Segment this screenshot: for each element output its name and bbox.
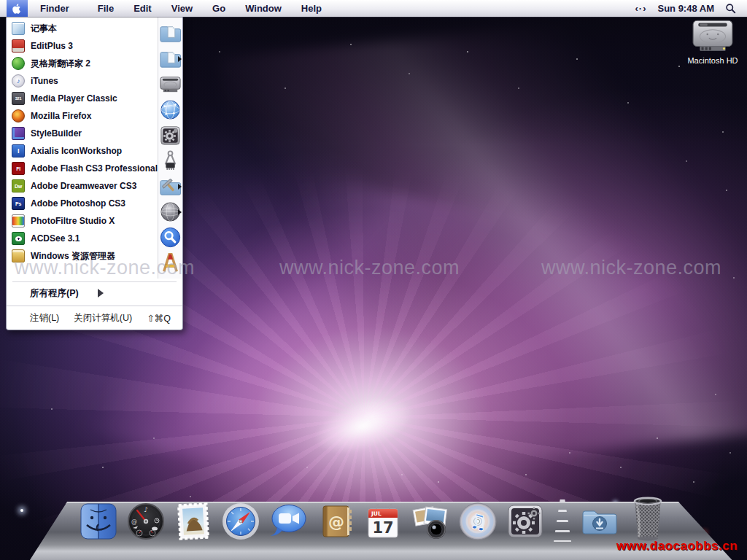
dock-address-book[interactable]: @ <box>315 501 356 542</box>
folder-documents-icon <box>158 21 182 45</box>
all-programs-label: 所有程序(P) <box>30 287 79 300</box>
submenu-arrow-icon <box>178 56 182 62</box>
stylebuilder-icon <box>12 127 25 140</box>
volume-label: Macintosh HD <box>683 56 743 65</box>
hard-drive-icon <box>158 72 182 96</box>
start-menu-item[interactable]: 记事本 <box>7 20 158 37</box>
apple-menu-button[interactable] <box>7 0 28 17</box>
aurora-core-spark <box>308 388 419 464</box>
start-menu-item[interactable]: EditPlus 3 <box>7 37 158 55</box>
menubar-menu-go[interactable]: Go <box>212 3 225 14</box>
network[interactable] <box>158 97 182 122</box>
start-menu-footer: 注销(L) 关闭计算机(U) ⇧⌘Q <box>7 306 182 330</box>
dock-ical[interactable]: JUL17 <box>363 501 403 542</box>
system-preferences-small[interactable] <box>158 122 182 148</box>
start-menu-item[interactable]: PhotoFiltre Studio X <box>7 212 158 230</box>
start-menu-item[interactable]: IAxialis IconWorkshop <box>7 142 158 160</box>
start-menu-item[interactable]: 灵格斯翻译家 2 <box>7 55 158 72</box>
input-indicator[interactable]: ‹·› <box>635 3 646 14</box>
start-menu-item-label: Adobe Flash CS3 Professional <box>31 163 158 174</box>
start-menu-item[interactable]: Mozilla Firefox <box>7 107 158 125</box>
svg-text:@: @ <box>131 518 137 525</box>
developer-tools-icon <box>158 149 182 173</box>
start-menu-item-label: StyleBuilder <box>31 128 82 139</box>
start-menu-item[interactable]: PsAdobe Photoshop CS3 <box>7 195 158 212</box>
mail-icon <box>173 501 214 542</box>
folder-utilities[interactable] <box>158 174 182 199</box>
axialis-icon: I <box>12 144 25 158</box>
axialis-icon-text: I <box>18 147 19 155</box>
start-menu-item[interactable]: 321Media Player Classic <box>7 90 158 107</box>
start-menu: 记事本EditPlus 3灵格斯翻译家 2iTunes321Media Play… <box>6 17 183 330</box>
submenu-arrow-icon <box>98 289 104 298</box>
folder-documents[interactable] <box>158 20 182 46</box>
developer-tools[interactable] <box>158 148 182 174</box>
start-menu-item-label: Adobe Dreamweaver CS3 <box>31 181 136 191</box>
dock-dashboard[interactable]: ♪@ <box>125 501 166 542</box>
dock-safari[interactable] <box>220 501 261 542</box>
dreamweaver-icon-text: Dw <box>15 184 22 189</box>
start-menu-item-label: Adobe Photoshop CS3 <box>31 198 125 209</box>
shutdown-button[interactable]: 关闭计算机(U) <box>74 312 132 324</box>
photofiltre-icon <box>12 214 25 228</box>
start-menu-item[interactable]: FlAdobe Flash CS3 Professional <box>7 160 158 177</box>
finder-icon <box>78 501 119 542</box>
watermark: www.nick-zone.com <box>279 257 460 279</box>
editplus-icon <box>12 39 25 52</box>
search[interactable] <box>158 225 182 250</box>
ichat-icon <box>268 501 309 542</box>
all-programs-item[interactable]: 所有程序(P) <box>12 281 177 304</box>
menubar-status-area: ‹·› Sun 9:48 AM <box>635 3 747 14</box>
svg-text:♫: ♫ <box>468 510 487 534</box>
menubar-menu-file[interactable]: File <box>98 3 114 14</box>
dock-itunes[interactable]: ♫ <box>457 501 498 542</box>
dock-downloads-folder[interactable] <box>579 501 620 542</box>
dashboard-icon: ♪@ <box>125 501 166 542</box>
dock-iphoto[interactable] <box>410 501 451 542</box>
submenu-arrow-icon <box>178 209 182 215</box>
dock-ichat[interactable] <box>268 501 309 542</box>
menubar-menu-view[interactable]: View <box>171 3 193 14</box>
start-menu-item-label: iTunes <box>31 76 58 86</box>
start-menu-item-label: PhotoFiltre Studio X <box>31 216 115 226</box>
notepad-icon <box>12 22 25 35</box>
start-menu-item-label: ACDSee 3.1 <box>31 233 80 244</box>
menubar-clock[interactable]: Sun 9:48 AM <box>657 3 714 14</box>
menubar-menu-window[interactable]: Window <box>245 3 282 14</box>
ical-icon: JUL17 <box>363 501 403 542</box>
start-menu-item-label: 灵格斯翻译家 2 <box>31 58 90 70</box>
flash-icon: Fl <box>12 162 25 175</box>
system-preferences-icon <box>505 501 546 542</box>
hard-drive[interactable] <box>158 71 182 97</box>
dock-mail[interactable] <box>173 501 214 542</box>
dreamweaver-icon: Dw <box>12 179 25 192</box>
start-menu-item[interactable]: ACDSee 3.1 <box>7 230 158 247</box>
start-menu-body: 记事本EditPlus 3灵格斯翻译家 2iTunes321Media Play… <box>7 17 182 279</box>
start-menu-item[interactable]: iTunes <box>7 72 158 90</box>
dock-finder[interactable] <box>78 501 119 542</box>
hard-drive-icon <box>683 18 743 55</box>
menubar-menu-finder[interactable]: Finder <box>40 3 69 14</box>
start-menu-item-label: EditPlus 3 <box>31 41 73 51</box>
svg-text:♪: ♪ <box>144 506 148 513</box>
svg-text:@: @ <box>328 513 344 531</box>
safari-icon <box>220 501 261 542</box>
flash-icon-text: Fl <box>16 166 20 171</box>
spotlight-icon[interactable] <box>725 3 736 14</box>
menubar-menu-edit[interactable]: Edit <box>133 3 152 14</box>
dock-trash[interactable] <box>627 494 669 542</box>
network-places[interactable] <box>158 199 182 225</box>
start-menu-item-label: Media Player Classic <box>31 93 117 104</box>
aurora-pink-glow <box>379 88 747 496</box>
logoff-button[interactable]: 注销(L) <box>30 312 59 324</box>
start-menu-item-label: Mozilla Firefox <box>31 111 91 121</box>
start-menu-item-label: 记事本 <box>31 23 57 35</box>
dock-separator <box>554 499 571 542</box>
dock-system-preferences[interactable] <box>505 501 546 542</box>
start-menu-item[interactable]: DwAdobe Dreamweaver CS3 <box>7 177 158 195</box>
folder-recent[interactable] <box>158 46 182 71</box>
desktop-icon-macintosh-hd[interactable]: Macintosh HD <box>683 18 743 65</box>
start-menu-item[interactable]: StyleBuilder <box>7 125 158 142</box>
search-icon <box>158 225 182 249</box>
menubar-menu-help[interactable]: Help <box>301 3 322 14</box>
